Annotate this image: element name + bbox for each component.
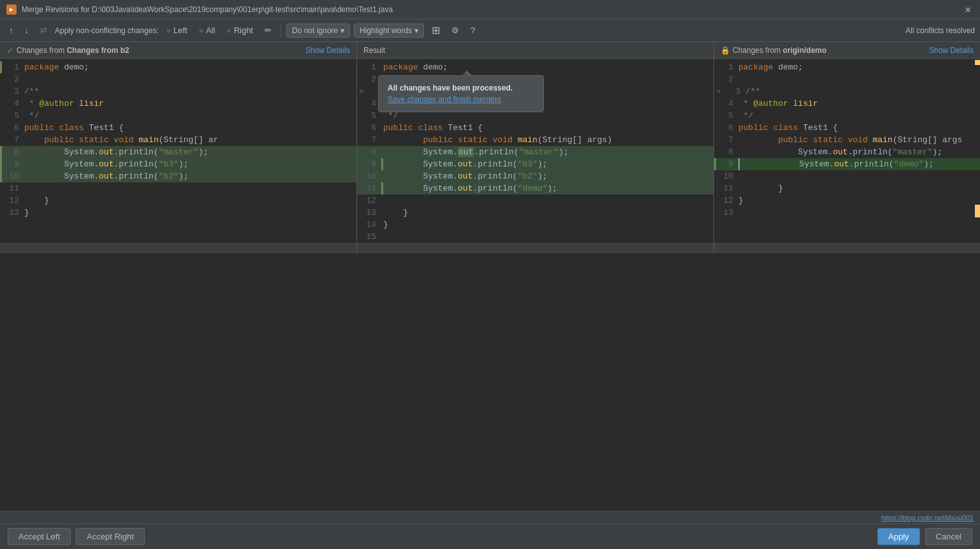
left-line-1: 1 package demo; xyxy=(0,61,356,73)
grid-icon: ⊞ xyxy=(432,24,440,36)
center-code-10: System.out.println("b2"); xyxy=(383,170,713,182)
right-scrollbar[interactable] xyxy=(714,243,980,253)
left-line-8: 8 System.out.println("master"); xyxy=(0,146,356,158)
center-line-1: 1 package demo; xyxy=(357,61,713,73)
left-linenum-9: 9 xyxy=(2,158,24,170)
right-linenum-3: 3 xyxy=(723,85,745,98)
left-linenum-4: 4 xyxy=(2,98,24,110)
bottom-bar: Accept Left Accept Right Apply Cancel xyxy=(0,523,980,549)
help-icon: ? xyxy=(471,26,475,35)
right-line-9: 9 System.out.println("demo"); xyxy=(714,158,980,170)
left-code-content[interactable]: 1 package demo; 2 3 /** 4 * @author lisi… xyxy=(0,59,356,243)
left-code-3: /** xyxy=(24,85,356,98)
left-panel-header: ✓ Changes from Changes from b2 Show Deta… xyxy=(0,42,357,58)
center-gutter-3: ≡ xyxy=(357,85,366,98)
left-code-6: public class Test1 { xyxy=(24,122,356,134)
right-code-2 xyxy=(738,73,980,85)
magic-button[interactable]: ⇄ xyxy=(36,24,51,36)
bottom-left: Accept Left Accept Right xyxy=(8,528,145,545)
center-scrollbar[interactable] xyxy=(357,243,713,253)
all-arrows-icon: » xyxy=(199,26,203,35)
left-arrow-icon: » xyxy=(166,26,171,35)
down-arrow-button[interactable]: ↓ xyxy=(21,24,33,36)
left-linenum-13: 13 xyxy=(2,207,24,219)
right-line-10: 10 xyxy=(714,170,980,182)
left-scrollbar[interactable] xyxy=(0,243,356,253)
left-linenum-8: 8 xyxy=(2,146,24,158)
center-line-6: 6 public class Test1 { xyxy=(357,122,713,134)
accept-left-button[interactable]: Accept Left xyxy=(8,528,71,545)
right-show-details-link[interactable]: Show Details xyxy=(929,46,974,55)
highlight-dropdown[interactable]: Highlight words ▾ xyxy=(354,24,424,38)
right-line-3: ≡ 3 /** xyxy=(714,85,980,98)
up-arrow-button[interactable]: ↑ xyxy=(5,24,17,36)
apply-button[interactable]: Apply xyxy=(877,528,920,545)
highlight-arrow-icon: ▾ xyxy=(414,26,418,35)
left-code-lines: 1 package demo; 2 3 /** 4 * @author lisi… xyxy=(0,61,356,243)
highlight-label: Highlight words xyxy=(360,26,412,35)
settings-button[interactable]: ⚙ xyxy=(448,24,463,36)
left-line-12: 12 } xyxy=(0,194,356,207)
left-code-12: } xyxy=(24,194,356,207)
right-gutter-3: ≡ xyxy=(714,85,723,98)
left-linenum-6: 6 xyxy=(2,122,24,134)
left-panel-title-group: ✓ Changes from Changes from b2 xyxy=(6,45,129,55)
center-line-10: 10 System.out.println("b2"); xyxy=(357,170,713,182)
center-line-15: 15 xyxy=(357,231,713,243)
accept-right-button[interactable]: Accept Right xyxy=(76,528,145,545)
right-linenum-11: 11 xyxy=(716,182,738,194)
right-panel-header: 🔒 Changes from origin/demo Show Details xyxy=(714,42,980,58)
ignore-dropdown[interactable]: Do not ignore ▾ xyxy=(286,24,350,38)
help-button[interactable]: ? xyxy=(467,24,479,36)
left-code-10: System.out.println("b2"); xyxy=(24,170,356,182)
right-linenum-4: 4 xyxy=(716,98,738,110)
orange-right-marker xyxy=(975,205,980,217)
center-linenum-1: 1 xyxy=(359,61,381,73)
right-line-12: 12 } xyxy=(714,194,980,207)
center-panel-header: Result xyxy=(357,42,714,58)
right-line-11: 11 } xyxy=(714,182,980,194)
apply-right-button[interactable]: « Right xyxy=(223,24,257,36)
center-linenum-7: 7 xyxy=(359,134,381,146)
left-show-details-link[interactable]: Show Details xyxy=(305,46,350,55)
edit-icon: ✏ xyxy=(265,26,272,35)
left-linenum-1: 1 xyxy=(2,61,24,73)
center-panel-title: Result xyxy=(363,46,385,55)
edit-button[interactable]: ✏ xyxy=(261,24,275,36)
cancel-button[interactable]: Cancel xyxy=(925,528,972,545)
right-linenum-1: 1 xyxy=(716,61,738,73)
orange-top-marker xyxy=(975,60,980,65)
center-linenum-13: 13 xyxy=(359,207,381,219)
apply-all-button[interactable]: » All xyxy=(195,24,219,36)
right-linenum-8: 8 xyxy=(716,146,738,158)
right-code-content[interactable]: 1 package demo; 2 ≡ 3 /** 4 xyxy=(714,59,980,243)
tooltip-link[interactable]: Save changes and finish merging xyxy=(388,95,501,104)
right-linenum-2: 2 xyxy=(716,73,738,85)
right-linenum-5: 5 xyxy=(716,110,738,122)
left-linenum-5: 5 xyxy=(2,110,24,122)
center-linenum-5: 5 xyxy=(359,110,381,122)
grid-button[interactable]: ⊞ xyxy=(428,23,444,38)
center-code-8: System.out.println("master"); xyxy=(383,146,713,158)
status-url[interactable]: https://blog.csdn.net/libusi001 xyxy=(881,514,974,522)
center-linenum-12: 12 xyxy=(359,194,381,207)
right-linenum-9: 9 xyxy=(716,158,738,170)
tooltip-arrow-inner xyxy=(461,72,470,77)
apply-left-button[interactable]: » Left xyxy=(163,24,191,36)
center-line-8: 8 System.out.println("master"); xyxy=(357,146,713,158)
left-line-13: 13 } xyxy=(0,207,356,219)
center-linenum-15: 15 xyxy=(359,231,381,243)
left-line-2: 2 xyxy=(0,73,356,85)
center-code-6: public class Test1 { xyxy=(383,122,713,134)
close-button[interactable]: ✕ xyxy=(962,3,974,16)
tooltip-title: All changes have been processed. xyxy=(388,82,534,94)
center-code-14: } xyxy=(383,219,713,231)
left-linenum-12: 12 xyxy=(2,194,24,207)
right-linenum-13: 13 xyxy=(716,207,738,219)
right-linenum-7: 7 xyxy=(716,134,738,146)
left-editor-panel: 1 package demo; 2 3 /** 4 * @author lisi… xyxy=(0,59,357,253)
right-code-9: System.out.println("demo"); xyxy=(740,158,980,170)
right-code-13 xyxy=(738,207,980,219)
titlebar-left: ▶ Merge Revisions for D:\003Java\ideaWor… xyxy=(6,4,393,15)
right-line-7: 7 public static void main(String[] args xyxy=(714,134,980,146)
